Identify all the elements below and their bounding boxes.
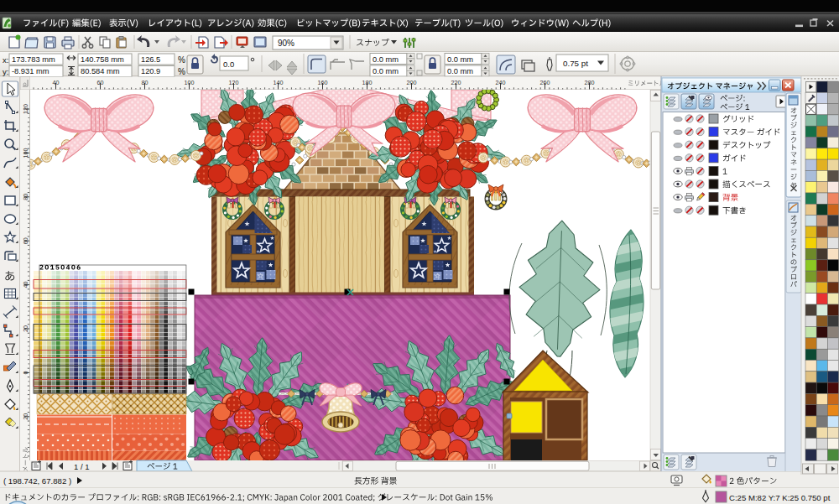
svg-text:0.0 mm: 0.0 mm [447, 55, 473, 64]
svg-text:126.5: 126.5 [141, 55, 160, 64]
svg-text:( 198.742, 67.882 ): ( 198.742, 67.882 ) [3, 476, 71, 486]
svg-text:80.584 mm: 80.584 mm [81, 67, 120, 75]
svg-text:0.75 pt: 0.75 pt [563, 59, 588, 68]
svg-text:140.758 mm: 140.758 mm [81, 55, 124, 64]
svg-text:-8.931 mm: -8.931 mm [12, 67, 50, 75]
svg-text:y:: y: [3, 67, 8, 76]
svg-text:173.783 mm: 173.783 mm [12, 55, 55, 64]
svg-text:1 / 1: 1 / 1 [74, 462, 90, 471]
svg-text:0.0 mm: 0.0 mm [373, 67, 399, 75]
svg-text:120.9: 120.9 [141, 67, 160, 75]
svg-text:C:25 M:82 Y:7 K:25 0.750 pt: C:25 M:82 Y:7 K:25 0.750 pt [729, 493, 831, 502]
svg-text:90%: 90% [278, 39, 294, 48]
svg-text:0.0 mm: 0.0 mm [373, 55, 399, 64]
svg-text:%: % [178, 55, 185, 65]
svg-text:x:: x: [3, 55, 8, 65]
svg-text:%: % [178, 67, 185, 76]
svg-text:0.0: 0.0 [223, 60, 234, 69]
svg-text:0.0 mm: 0.0 mm [447, 67, 473, 75]
